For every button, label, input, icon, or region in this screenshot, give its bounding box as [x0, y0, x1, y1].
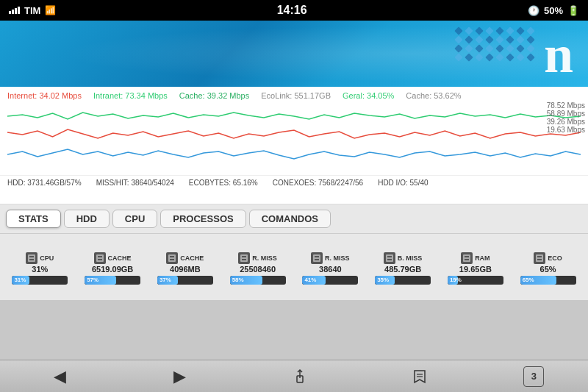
right-label-2: 58.89 Mbps	[547, 110, 585, 118]
stat-bar-label-eco: 65%	[523, 276, 534, 285]
stat-bar-cache: 37%	[157, 276, 213, 285]
svg-rect-2	[29, 259, 34, 260]
eco-icon	[534, 252, 545, 264]
bottom-bar: ◀ ▶ 3	[0, 360, 588, 392]
header-decoration	[456, 28, 544, 79]
ecolink-label: EcoLink: 551.17GB	[261, 91, 331, 100]
svg-rect-17	[387, 259, 392, 260]
stat-label-ram: RAM	[475, 254, 490, 262]
stat-hddio: HDD I/O: 55/40	[378, 179, 428, 187]
tab-stats[interactable]: STATS	[6, 210, 61, 228]
stat-bar-cpu: 31%	[12, 276, 68, 285]
bmiss-icon	[384, 252, 395, 264]
tabs-button[interactable]: 3	[523, 366, 544, 387]
stat-bar-rmiss2: 41%	[302, 276, 358, 285]
stat-hdd: HDD: 3731.46GB/57%	[7, 179, 82, 187]
stat-bar-label-rmiss2: 41%	[304, 276, 316, 285]
stat-item-cache: CACHE4096MB37%	[151, 252, 220, 285]
hdd-icon	[94, 252, 106, 264]
svg-rect-8	[170, 259, 174, 260]
svg-rect-0	[28, 254, 35, 262]
stat-value-bmiss: 485.79GB	[384, 265, 421, 274]
svg-rect-16	[387, 256, 392, 257]
svg-rect-9	[240, 254, 248, 262]
stat-value-ram: 19.65GB	[459, 265, 492, 274]
tab-comandos[interactable]: COMANDOS	[249, 210, 331, 228]
svg-rect-6	[168, 254, 176, 262]
stat-value-cpu: 31%	[32, 265, 48, 274]
tab-hdd[interactable]: HDD	[64, 210, 110, 228]
bookmarks-button[interactable]	[404, 363, 436, 390]
stat-item-bmiss: B. MISS485.79GB35%	[369, 252, 437, 285]
stat-bar-label-hdd: 57%	[87, 276, 98, 285]
stat-icon-row-bmiss: B. MISS	[384, 252, 423, 264]
back-button[interactable]: ◀	[44, 363, 76, 390]
stat-icon-row-cpu: CPU	[26, 252, 54, 264]
stat-bar-bmiss: 35%	[375, 276, 431, 285]
stat-label-eco: ECO	[548, 254, 562, 262]
graph-labels: Internet: 34.02 Mbps Intranet: 73.34 Mbp…	[0, 87, 588, 101]
stat-item-rmiss: R. MISS2550846058%	[223, 252, 292, 285]
tab-cpu[interactable]: CPU	[112, 210, 157, 228]
stat-label-hdd: CACHE	[108, 254, 132, 262]
status-right: 🕐 50% 🔋	[528, 5, 579, 16]
battery-label: 50%	[544, 5, 563, 16]
stat-label-cpu: CPU	[40, 254, 54, 262]
svg-rect-3	[96, 254, 104, 262]
stat-bar-hdd: 57%	[85, 276, 140, 285]
tabs-row: STATSHDDCPUPROCESSOSCOMANDOS	[0, 204, 588, 234]
svg-rect-5	[98, 259, 102, 260]
stat-bar-label-ram: 19%	[450, 276, 462, 285]
svg-rect-10	[242, 256, 246, 257]
stat-icon-row-rmiss2: R. MISS	[311, 252, 350, 264]
svg-rect-22	[537, 256, 542, 257]
stat-bar-rmiss: 58%	[230, 276, 286, 285]
stats-row: CPU31%31%CACHE6519.09GB57%CACHE4096MB37%…	[0, 234, 588, 300]
stat-icon-row-rmiss: R. MISS	[238, 252, 277, 264]
app-header: n	[0, 21, 588, 87]
share-button[interactable]	[284, 363, 316, 390]
ram-icon	[461, 252, 473, 264]
stat-icon-row-hdd: CACHE	[94, 252, 132, 264]
carrier-label: TIM	[24, 5, 40, 16]
graph-svg	[7, 101, 581, 175]
battery-icon: 🔋	[567, 5, 579, 16]
graph-bottom-stats: HDD: 3731.46GB/57% MISS/HIT: 38640/54024…	[0, 175, 588, 190]
status-left: TIM 📶	[9, 5, 56, 16]
stat-label-rmiss2: R. MISS	[325, 254, 350, 262]
forward-button[interactable]: ▶	[164, 363, 196, 390]
svg-rect-23	[537, 259, 542, 260]
stat-label-rmiss: R. MISS	[252, 254, 277, 262]
cache-label: Cache: 39.32 Mbps	[179, 91, 249, 100]
stat-icon-row-eco: ECO	[534, 252, 562, 264]
cache-icon	[166, 252, 178, 264]
stat-bar-label-bmiss: 35%	[377, 276, 389, 285]
stat-item-eco: ECO65%65%	[514, 252, 582, 285]
right-label-4: 19.63 Mbps	[547, 126, 585, 134]
right-label-3: 39.26 Mbps	[547, 118, 585, 126]
stat-bar-ram: 19%	[448, 276, 503, 285]
stat-bar-label-cache: 37%	[159, 276, 171, 285]
signal-bars	[9, 7, 20, 14]
stat-icon-row-ram: RAM	[461, 252, 490, 264]
geral-label: Geral: 34.05%	[343, 91, 394, 100]
cpu-icon	[26, 252, 37, 264]
svg-rect-14	[315, 259, 319, 260]
svg-rect-19	[465, 256, 469, 257]
tab-processos[interactable]: PROCESSOS	[160, 210, 245, 228]
stat-label-cache: CACHE	[180, 254, 204, 262]
wifi-icon: 📶	[45, 5, 56, 15]
graph-canvas: 78.52 Mbps 58.89 Mbps 39.26 Mbps 19.63 M…	[0, 101, 588, 175]
svg-rect-20	[465, 259, 469, 260]
stat-value-hdd: 6519.09GB	[92, 265, 133, 274]
cache2-label: Cache: 53.62%	[406, 91, 461, 100]
svg-rect-4	[98, 256, 102, 257]
stat-misshit: MISS/HIT: 38640/54024	[96, 179, 174, 187]
svg-rect-21	[536, 254, 543, 262]
svg-rect-7	[170, 256, 174, 257]
svg-rect-13	[315, 256, 319, 257]
svg-rect-1	[29, 256, 34, 257]
graph-area: Internet: 34.02 Mbps Intranet: 73.34 Mbp…	[0, 87, 588, 204]
svg-rect-15	[386, 254, 393, 262]
time-display: 14:16	[277, 4, 307, 17]
